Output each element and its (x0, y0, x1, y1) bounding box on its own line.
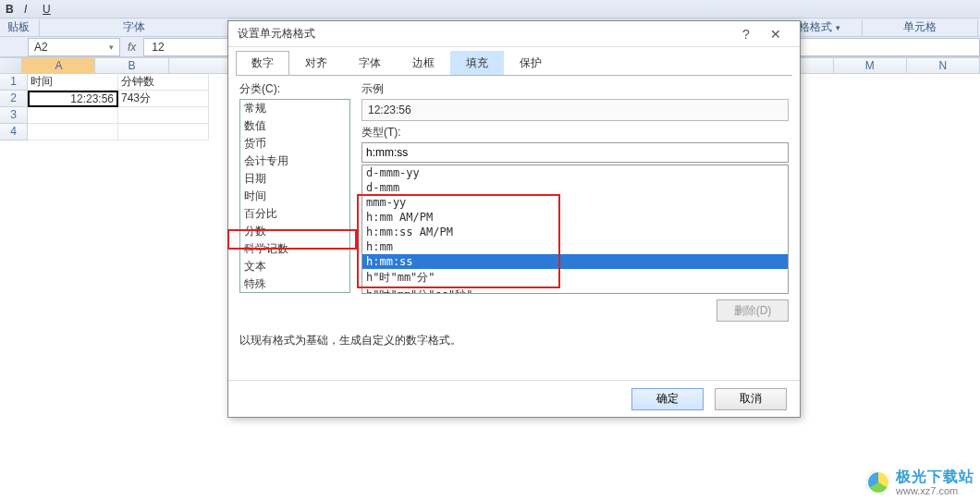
type-input[interactable] (361, 142, 789, 163)
format-cells-dialog: 设置单元格格式 ? ✕ 数字 对齐 字体 边框 填充 保护 分类(C): 常规数… (227, 20, 801, 418)
ribbon-toolbar: BIU (0, 0, 980, 18)
tab-alignment[interactable]: 对齐 (289, 51, 343, 75)
format-item[interactable]: h"时"mm"分"ss"秒" (362, 287, 788, 294)
format-item[interactable]: d-mmm (362, 180, 788, 195)
category-item[interactable]: 货币 (240, 135, 349, 152)
separator (977, 19, 978, 36)
separator (39, 19, 40, 36)
cell[interactable] (118, 124, 209, 140)
format-listbox[interactable]: d-mmm-yyd-mmmmmm-yyh:mm AM/PMh:mm:ss AM/… (361, 165, 789, 294)
watermark-url: www.xz7.com (896, 485, 974, 496)
category-item[interactable]: 文本 (240, 258, 349, 275)
select-all-corner[interactable] (0, 58, 22, 73)
name-box-value: A2 (34, 41, 48, 54)
cell[interactable] (28, 107, 118, 124)
row-header[interactable]: 2 (0, 91, 28, 107)
watermark: 极光下载站 www.xz7.com (866, 468, 974, 496)
cell[interactable] (118, 107, 209, 124)
dialog-tabs: 数字 对齐 字体 边框 填充 保护 (228, 47, 800, 75)
category-item[interactable]: 日期 (240, 170, 349, 188)
formula-value: 12 (152, 41, 164, 54)
type-label: 类型(T): (361, 125, 789, 140)
tab-font[interactable]: 字体 (343, 51, 397, 75)
cell-A1[interactable]: 时间 (28, 74, 118, 91)
category-item[interactable]: 时间 (240, 188, 349, 205)
col-header-M[interactable]: M (834, 58, 907, 73)
col-header-A[interactable]: A (22, 58, 95, 73)
chevron-down-icon[interactable]: ▾ (109, 43, 114, 52)
hint-text: 以现有格式为基础，生成自定义的数字格式。 (239, 333, 789, 348)
fx-icon[interactable]: fx (128, 41, 136, 54)
category-item[interactable]: 科学记数 (240, 240, 349, 258)
delete-button[interactable]: 删除(D) (717, 299, 789, 322)
row-header[interactable]: 3 (0, 107, 28, 124)
close-button[interactable]: ✕ (761, 23, 790, 45)
bold-icon[interactable]: B (6, 3, 18, 16)
format-item[interactable]: h:mm:ss AM/PM (362, 225, 788, 239)
category-item[interactable]: 数值 (240, 117, 349, 135)
format-item[interactable]: h:mm AM/PM (362, 210, 788, 225)
tab-protection[interactable]: 保护 (504, 51, 557, 75)
cell-A2[interactable]: 12:23:56 (28, 91, 118, 107)
dialog-body: 分类(C): 常规数值货币会计专用日期时间百分比分数科学记数文本特殊自定义 示例… (228, 76, 800, 380)
category-item[interactable]: 会计专用 (240, 152, 349, 170)
tab-number[interactable]: 数字 (236, 51, 289, 75)
col-header-N[interactable]: N (907, 58, 980, 73)
category-item[interactable]: 常规 (240, 100, 349, 117)
category-item[interactable]: 特殊 (240, 275, 349, 293)
help-button[interactable]: ? (731, 23, 761, 45)
watermark-text: 极光下载站 (896, 469, 974, 484)
separator (862, 19, 863, 36)
tab-fill[interactable]: 填充 (450, 51, 504, 75)
tab-border[interactable]: 边框 (397, 51, 450, 75)
cell-B2[interactable]: 743分 (118, 91, 209, 107)
cell[interactable] (28, 124, 118, 140)
col-header-B[interactable]: B (95, 58, 168, 73)
sample-value: 12:23:56 (368, 104, 411, 116)
name-box[interactable]: A2 ▾ (28, 38, 120, 56)
format-item[interactable]: mmm-yy (362, 195, 788, 210)
row-header[interactable]: 1 (0, 74, 28, 91)
font-group-label: 字体 (42, 19, 227, 35)
format-item[interactable]: h:mm (362, 239, 788, 254)
clipboard-group-label: 贴板 (0, 19, 37, 35)
italic-icon[interactable]: I (24, 3, 37, 16)
row-header[interactable]: 4 (0, 124, 28, 140)
sample-box: 12:23:56 (361, 99, 789, 121)
category-label: 分类(C): (239, 81, 350, 97)
cell-B1[interactable]: 分钟数 (118, 74, 209, 91)
format-item[interactable]: h:mm:ss (362, 254, 788, 269)
dialog-footer: 确定 取消 (228, 380, 800, 417)
format-item[interactable]: h"时"mm"分" (362, 269, 788, 287)
watermark-logo-icon (866, 470, 890, 494)
format-item[interactable]: d-mmm-yy (362, 165, 788, 180)
cells-group-label: 单元格 (864, 19, 975, 35)
dialog-title: 设置单元格格式 (238, 26, 731, 42)
underline-icon[interactable]: U (43, 3, 55, 16)
chevron-down-icon: ▾ (836, 23, 840, 32)
dialog-titlebar[interactable]: 设置单元格格式 ? ✕ (228, 21, 800, 47)
category-item[interactable]: 分数 (240, 223, 349, 240)
category-listbox[interactable]: 常规数值货币会计专用日期时间百分比分数科学记数文本特殊自定义 (239, 99, 350, 293)
cancel-button[interactable]: 取消 (715, 388, 787, 410)
category-item[interactable]: 百分比 (240, 205, 349, 223)
sample-label: 示例 (361, 81, 789, 97)
ok-button[interactable]: 确定 (631, 388, 704, 410)
